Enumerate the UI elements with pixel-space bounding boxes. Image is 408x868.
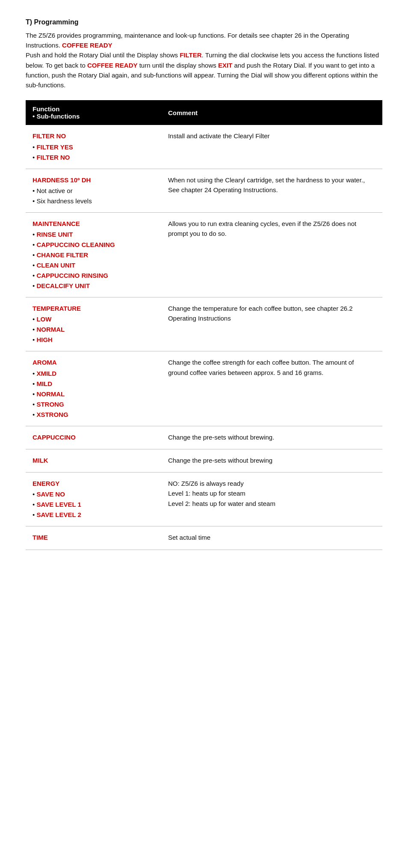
comment-cell: Change the pre-sets without brewing <box>161 449 382 472</box>
function-name: FILTER NO <box>33 131 154 141</box>
sub-function-item: LOW <box>33 314 154 324</box>
sub-function-item: Six hardness levels <box>33 196 154 206</box>
sub-function-item: HIGH <box>33 335 154 345</box>
table-row: MILKChange the pre-sets without brewing <box>26 449 382 472</box>
table-row: FILTER NOFILTER YESFILTER NOInstall and … <box>26 125 382 169</box>
comment-cell: NO: Z5/Z6 is always readyLevel 1: heats … <box>161 473 382 526</box>
comment-cell: Install and activate the Clearyl Filter <box>161 125 382 169</box>
sub-function-item: SAVE LEVEL 2 <box>33 510 154 520</box>
sub-function-item: FILTER NO <box>33 152 154 163</box>
sub-function-item: SAVE NO <box>33 489 154 499</box>
function-name: CAPPUCCINO <box>33 432 154 442</box>
sub-function-item: Not active or <box>33 186 154 196</box>
sub-function-item: CLEAN UNIT <box>33 260 154 271</box>
sub-function-item: SAVE LEVEL 1 <box>33 499 154 510</box>
sub-function-item: NORMAL <box>33 389 154 399</box>
programming-table: Function • Sub-functions Comment FILTER … <box>26 100 382 550</box>
table-row: ENERGYSAVE NOSAVE LEVEL 1SAVE LEVEL 2NO:… <box>26 473 382 526</box>
function-cell: HARDNESS 10º DHNot active orSix hardness… <box>26 169 161 212</box>
intro-section: T) Programming The Z5/Z6 provides progra… <box>26 17 382 90</box>
sub-function-item: DECALCIFY UNIT <box>33 281 154 291</box>
function-cell: TIME <box>26 526 161 550</box>
table-row: MAINTENANCERINSE UNITCAPPUCCINO CLEANING… <box>26 212 382 297</box>
function-name: MILK <box>33 455 154 465</box>
function-cell: MAINTENANCERINSE UNITCAPPUCCINO CLEANING… <box>26 212 161 297</box>
function-name: TIME <box>33 532 154 542</box>
table-header: Function • Sub-functions Comment <box>26 100 382 125</box>
col2-header: Comment <box>161 100 382 125</box>
comment-line: Level 2: heats up for water and steam <box>168 499 375 508</box>
comment-cell: Change the pre-sets without brewing. <box>161 426 382 449</box>
comment-cell: Allows you to run extra cleaning cycles,… <box>161 212 382 297</box>
table-row: TEMPERATURELOWNORMALHIGHChange the tempe… <box>26 297 382 351</box>
table-body: FILTER NOFILTER YESFILTER NOInstall and … <box>26 125 382 550</box>
sub-function-item: NORMAL <box>33 324 154 335</box>
function-name: TEMPERATURE <box>33 303 154 313</box>
comment-cell: Change the temperature for each coffee b… <box>161 297 382 351</box>
sub-function-item: XMILD <box>33 369 154 379</box>
filter-label: FILTER <box>180 51 201 59</box>
comment-cell: When not using the Clearyl cartridge, se… <box>161 169 382 212</box>
sub-function-item: CHANGE FILTER <box>33 250 154 260</box>
exit-label: EXIT <box>218 62 232 69</box>
function-name: MAINTENANCE <box>33 219 154 229</box>
intro-para4: turn until the display shows <box>139 62 216 69</box>
function-name: AROMA <box>33 357 154 367</box>
table-row: CAPPUCCINOChange the pre-sets without br… <box>26 426 382 449</box>
sub-function-item: FILTER YES <box>33 142 154 152</box>
comment-line: Level 1: heats up for steam <box>168 488 375 498</box>
comment-line: NO: Z5/Z6 is always ready <box>168 479 375 488</box>
intro-para2: Push and hold the Rotary Dial until the … <box>26 51 178 59</box>
comment-header-label: Comment <box>168 109 198 116</box>
table-row: AROMAXMILDMILDNORMALSTRONGXSTRONGChange … <box>26 351 382 426</box>
sub-function-item: XSTRONG <box>33 410 154 420</box>
function-cell: TEMPERATURELOWNORMALHIGH <box>26 297 161 351</box>
function-cell: FILTER NOFILTER YESFILTER NO <box>26 125 161 169</box>
sub-function-item: RINSE UNIT <box>33 229 154 240</box>
intro-body: The Z5/Z6 provides programming, maintena… <box>26 30 382 90</box>
table-row: TIMESet actual time <box>26 526 382 550</box>
sub-function-item: CAPPUCCINO RINSING <box>33 271 154 281</box>
function-cell: CAPPUCCINO <box>26 426 161 449</box>
function-name: ENERGY <box>33 479 154 488</box>
function-name: HARDNESS 10º DH <box>33 175 154 185</box>
sub-function-item: MILD <box>33 379 154 389</box>
comment-cell: Set actual time <box>161 526 382 550</box>
col1-header: Function • Sub-functions <box>26 100 161 125</box>
coffee-ready-label-1: COFFEE READY <box>62 42 112 49</box>
intro-heading: T) Programming <box>26 17 382 28</box>
sub-function-item: CAPPUCCINO CLEANING <box>33 240 154 250</box>
comment-cell: Change the coffee strength for each coff… <box>161 351 382 426</box>
function-cell: MILK <box>26 449 161 472</box>
sub-function-item: STRONG <box>33 399 154 410</box>
coffee-ready-label-2: COFFEE READY <box>87 62 138 69</box>
table-row: HARDNESS 10º DHNot active orSix hardness… <box>26 169 382 212</box>
function-cell: ENERGYSAVE NOSAVE LEVEL 1SAVE LEVEL 2 <box>26 473 161 526</box>
function-cell: AROMAXMILDMILDNORMALSTRONGXSTRONG <box>26 351 161 426</box>
